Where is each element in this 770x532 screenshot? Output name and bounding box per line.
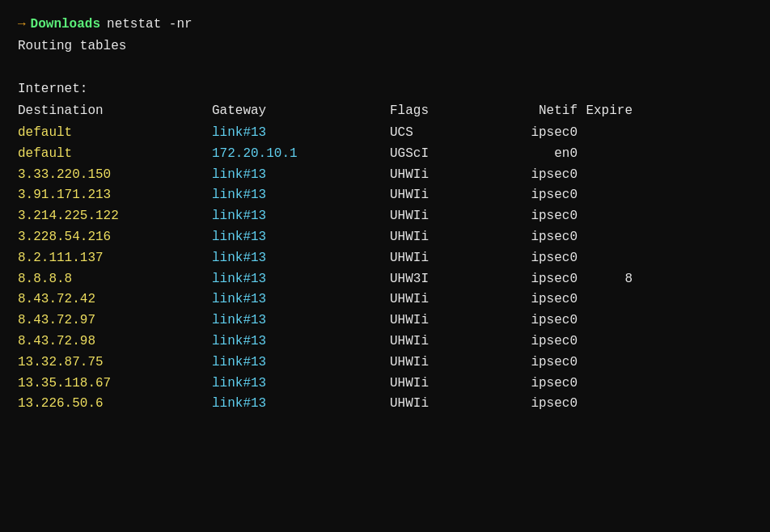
cell-netif: ipsec0 [503, 123, 584, 143]
cell-netif: ipsec0 [503, 165, 584, 185]
table-row: defaultlink#13UCSipsec0 [18, 123, 752, 143]
cell-netif: ipsec0 [503, 353, 584, 373]
cell-destination: 8.43.72.42 [18, 289, 212, 310]
cell-expire [584, 206, 632, 226]
internet-label: Internet: [18, 79, 752, 99]
cell-expire [584, 310, 632, 331]
cell-expire [584, 289, 632, 310]
cell-flags: UCS [390, 123, 503, 143]
cell-expire [584, 353, 632, 373]
cell-flags: UHWIi [390, 310, 503, 331]
cell-netif: ipsec0 [503, 331, 584, 352]
cell-flags: UGScI [390, 144, 503, 164]
cell-flags: UHWIi [390, 165, 503, 185]
table-row: 8.2.111.137link#13UHWIiipsec0 [18, 248, 752, 268]
cell-flags: UHWIi [390, 394, 503, 414]
cell-flags: UHWIi [390, 206, 503, 226]
cell-gateway: link#13 [212, 310, 390, 331]
cell-expire [584, 144, 632, 164]
cell-netif: ipsec0 [503, 206, 584, 226]
cell-destination: 13.226.50.6 [18, 394, 212, 414]
cell-gateway: link#13 [212, 331, 390, 352]
cell-destination: 3.214.225.122 [18, 206, 212, 226]
prompt-arrow: → [18, 15, 26, 35]
prompt-command: netstat -nr [107, 15, 192, 35]
table-body: defaultlink#13UCSipsec0default172.20.10.… [18, 123, 752, 414]
cell-netif: ipsec0 [503, 310, 584, 331]
cell-expire [584, 248, 632, 268]
cell-flags: UHWIi [390, 248, 503, 268]
terminal-window: → Downloads netstat -nr Routing tables I… [0, 0, 770, 532]
header-destination: Destination [18, 101, 212, 121]
table-row: default172.20.10.1UGScIen0 [18, 144, 752, 164]
cell-netif: ipsec0 [503, 394, 584, 414]
cell-flags: UHWIi [390, 289, 503, 310]
cell-gateway: link#13 [212, 206, 390, 226]
blank-line-1 [18, 60, 752, 80]
table-row: 13.226.50.6link#13UHWIiipsec0 [18, 394, 752, 414]
cell-expire [584, 227, 632, 247]
table-row: 8.43.72.42link#13UHWIiipsec0 [18, 289, 752, 310]
header-netif: Netif [503, 101, 584, 121]
cell-gateway: link#13 [212, 165, 390, 185]
cell-netif: ipsec0 [503, 269, 584, 289]
cell-netif: ipsec0 [503, 289, 584, 310]
cell-destination: default [18, 123, 212, 143]
table-row: 3.214.225.122link#13UHWIiipsec0 [18, 206, 752, 226]
routing-tables-label: Routing tables [18, 36, 752, 57]
cell-netif: ipsec0 [503, 374, 584, 394]
cell-destination: 8.8.8.8 [18, 269, 212, 289]
cell-gateway: link#13 [212, 185, 390, 205]
cell-flags: UHWIi [390, 185, 503, 205]
cell-flags: UHW3I [390, 269, 503, 289]
header-expire: Expire [584, 101, 632, 121]
cell-destination: 8.43.72.98 [18, 331, 212, 352]
cell-gateway: link#13 [212, 227, 390, 247]
table-row: 3.91.171.213link#13UHWIiipsec0 [18, 185, 752, 205]
header-gateway: Gateway [212, 101, 390, 121]
cell-netif: ipsec0 [503, 248, 584, 268]
cell-destination: 8.2.111.137 [18, 248, 212, 268]
table-row: 3.228.54.216link#13UHWIiipsec0 [18, 227, 752, 247]
cell-expire [584, 331, 632, 352]
cell-gateway: link#13 [212, 289, 390, 310]
cell-flags: UHWIi [390, 353, 503, 373]
table-row: 8.43.72.97link#13UHWIiipsec0 [18, 310, 752, 331]
cell-destination: 3.228.54.216 [18, 227, 212, 247]
table-row: 8.43.72.98link#13UHWIiipsec0 [18, 331, 752, 352]
cell-gateway: link#13 [212, 374, 390, 394]
cell-flags: UHWIi [390, 331, 503, 352]
prompt-directory: Downloads [31, 15, 100, 35]
cell-expire [584, 185, 632, 205]
table-row: 13.35.118.67link#13UHWIiipsec0 [18, 374, 752, 394]
cell-expire [584, 123, 632, 143]
cell-destination: 13.32.87.75 [18, 353, 212, 373]
cell-expire [584, 374, 632, 394]
cell-destination: 8.43.72.97 [18, 310, 212, 331]
cell-expire [584, 165, 632, 185]
cell-gateway: link#13 [212, 353, 390, 373]
cell-gateway: link#13 [212, 123, 390, 143]
cell-destination: 3.33.220.150 [18, 165, 212, 185]
cell-gateway: 172.20.10.1 [212, 144, 390, 164]
cell-destination: 3.91.171.213 [18, 185, 212, 205]
cell-destination: default [18, 144, 212, 164]
table-header: Destination Gateway Flags Netif Expire [18, 101, 752, 121]
cell-gateway: link#13 [212, 394, 390, 414]
cell-flags: UHWIi [390, 374, 503, 394]
cell-expire: 8 [584, 269, 632, 289]
cell-netif: ipsec0 [503, 185, 584, 205]
header-flags: Flags [390, 101, 503, 121]
cell-netif: ipsec0 [503, 227, 584, 247]
table-row: 3.33.220.150link#13UHWIiipsec0 [18, 165, 752, 185]
cell-gateway: link#13 [212, 248, 390, 268]
cell-expire [584, 394, 632, 414]
prompt-line: → Downloads netstat -nr [18, 15, 752, 35]
table-row: 8.8.8.8link#13UHW3Iipsec08 [18, 269, 752, 289]
routing-table: Destination Gateway Flags Netif Expire d… [18, 101, 752, 414]
table-row: 13.32.87.75link#13UHWIiipsec0 [18, 353, 752, 373]
cell-gateway: link#13 [212, 269, 390, 289]
cell-destination: 13.35.118.67 [18, 374, 212, 394]
cell-netif: en0 [503, 144, 584, 164]
cell-flags: UHWIi [390, 227, 503, 247]
